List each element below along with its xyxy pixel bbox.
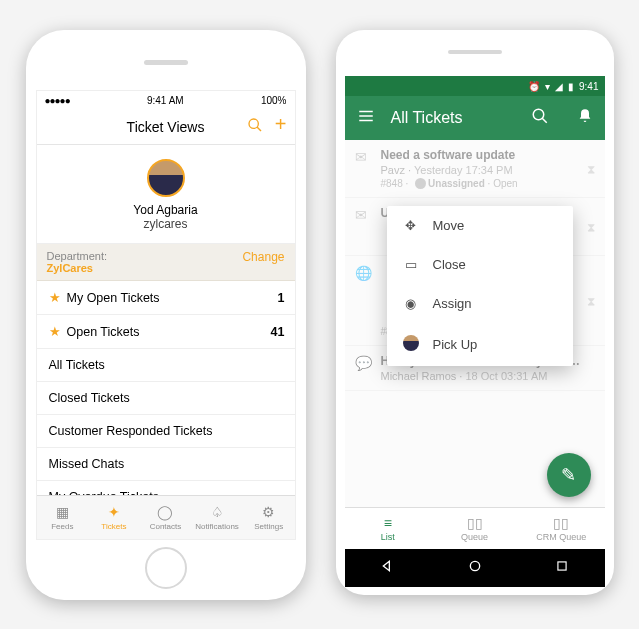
wifi-icon: ▾ bbox=[545, 81, 550, 92]
view-label: Customer Responded Tickets bbox=[49, 424, 213, 438]
add-icon[interactable]: + bbox=[275, 117, 287, 136]
ticket-date: 18 Oct 03:31 AM bbox=[465, 370, 547, 382]
avatar bbox=[147, 159, 185, 197]
star-icon: ★ bbox=[49, 290, 61, 305]
action-move[interactable]: ✥ Move bbox=[387, 206, 573, 245]
hourglass-icon: ⧗ bbox=[587, 294, 595, 308]
signal-dots-icon: ●●●●● bbox=[45, 95, 70, 106]
view-count: 41 bbox=[271, 325, 285, 339]
hourglass-icon: ⧗ bbox=[587, 220, 595, 234]
mail-icon: ✉ bbox=[355, 207, 367, 223]
view-label: My Open Tickets bbox=[67, 291, 160, 305]
tab-label: Feeds bbox=[51, 522, 73, 531]
action-close[interactable]: ▭ Close bbox=[387, 245, 573, 284]
android-tab-bar: ≡List ▯▯Queue ▯▯CRM Queue bbox=[345, 507, 605, 549]
tab-notifications[interactable]: ♤Notifications bbox=[191, 496, 243, 539]
search-icon[interactable] bbox=[247, 117, 263, 136]
tab-label: CRM Queue bbox=[536, 532, 586, 542]
ticket-date: Yesterday 17:34 PM bbox=[414, 164, 513, 176]
globe-icon: 🌐 bbox=[355, 265, 372, 281]
tab-list[interactable]: ≡List bbox=[345, 508, 432, 549]
change-department-link[interactable]: Change bbox=[242, 250, 284, 274]
view-row[interactable]: All Tickets bbox=[37, 349, 295, 382]
ticket-row[interactable]: ✉ Need a software update Pavz · Yesterda… bbox=[345, 140, 605, 198]
action-label: Close bbox=[433, 257, 466, 272]
android-header: All Tickets bbox=[345, 96, 605, 140]
android-status-bar: ⏰ ▾ ◢ ▮ 9:41 bbox=[345, 76, 605, 96]
tab-tickets[interactable]: ✦Tickets bbox=[88, 496, 140, 539]
tab-crm-queue[interactable]: ▯▯CRM Queue bbox=[518, 508, 605, 549]
view-row[interactable]: ★Open Tickets 41 bbox=[37, 315, 295, 349]
chat-icon: 💬 bbox=[355, 355, 372, 371]
move-icon: ✥ bbox=[403, 218, 419, 233]
tab-feeds[interactable]: ▦Feeds bbox=[37, 496, 89, 539]
menu-icon[interactable] bbox=[357, 107, 375, 129]
profile-name: Yod Agbaria bbox=[133, 203, 197, 217]
signal-icon: ◢ bbox=[555, 81, 563, 92]
status-battery: 100% bbox=[261, 95, 287, 106]
svg-marker-7 bbox=[383, 561, 389, 570]
assign-icon: ◉ bbox=[403, 296, 419, 311]
fab-new-ticket[interactable]: ✎ bbox=[547, 453, 591, 497]
ticket-plus-icon: ✎ bbox=[561, 464, 576, 486]
ticket-state: Open bbox=[493, 178, 517, 189]
recents-icon[interactable] bbox=[555, 559, 569, 577]
back-icon[interactable] bbox=[380, 558, 396, 578]
android-speaker bbox=[448, 50, 502, 54]
tab-label: List bbox=[381, 532, 395, 542]
profile-block[interactable]: Yod Agbaria zylcares bbox=[37, 145, 295, 244]
action-sheet: ✥ Move ▭ Close ◉ Assign Pick Up bbox=[387, 206, 573, 366]
tab-label: Tickets bbox=[101, 522, 126, 531]
iphone-home-button[interactable] bbox=[145, 547, 187, 589]
view-count: 1 bbox=[278, 291, 285, 305]
mail-icon: ✉ bbox=[355, 149, 367, 165]
tab-queue[interactable]: ▯▯Queue bbox=[431, 508, 518, 549]
svg-line-6 bbox=[542, 118, 547, 123]
department-value: ZylCares bbox=[47, 262, 93, 274]
svg-point-0 bbox=[249, 119, 258, 128]
svg-line-1 bbox=[257, 127, 261, 131]
list-icon: ≡ bbox=[384, 515, 392, 531]
ios-screen: ●●●●● 9:41 AM 100% Ticket Views + Yod Ag… bbox=[36, 90, 296, 540]
ios-status-bar: ●●●●● 9:41 AM 100% bbox=[37, 91, 295, 109]
bell-icon[interactable] bbox=[577, 108, 593, 128]
bell-icon: ♤ bbox=[211, 504, 224, 520]
tab-contacts[interactable]: ◯Contacts bbox=[140, 496, 192, 539]
svg-rect-9 bbox=[558, 562, 566, 570]
battery-icon: ▮ bbox=[568, 81, 574, 92]
android-screen: ⏰ ▾ ◢ ▮ 9:41 All Tickets ✉ Need a softwa… bbox=[345, 76, 605, 587]
view-label: All Tickets bbox=[49, 358, 105, 372]
department-label: Department: bbox=[47, 250, 108, 262]
ticket-list: ✉ Need a software update Pavz · Yesterda… bbox=[345, 140, 605, 507]
android-nav-bar bbox=[345, 549, 605, 587]
view-row[interactable]: ★My Open Tickets 1 bbox=[37, 281, 295, 315]
department-bar: Department: ZylCares Change bbox=[37, 244, 295, 281]
queue-icon: ▯▯ bbox=[467, 515, 483, 531]
action-label: Move bbox=[433, 218, 465, 233]
tab-label: Settings bbox=[254, 522, 283, 531]
page-title: All Tickets bbox=[391, 109, 515, 127]
view-row[interactable]: Closed Tickets bbox=[37, 382, 295, 415]
action-assign[interactable]: ◉ Assign bbox=[387, 284, 573, 323]
feeds-icon: ▦ bbox=[56, 504, 69, 520]
alarm-icon: ⏰ bbox=[528, 81, 540, 92]
svg-point-8 bbox=[471, 561, 480, 570]
assignee-avatar-icon bbox=[415, 178, 426, 189]
search-icon[interactable] bbox=[531, 107, 549, 129]
crm-queue-icon: ▯▯ bbox=[553, 515, 569, 531]
tab-label: Queue bbox=[461, 532, 488, 542]
ticket-subject: Need a software update bbox=[381, 148, 593, 162]
iphone-speaker bbox=[144, 60, 188, 65]
ios-header: Ticket Views + bbox=[37, 109, 295, 145]
close-ticket-icon: ▭ bbox=[403, 257, 419, 272]
ticket-assignee: Unassigned bbox=[428, 178, 485, 189]
gear-icon: ⚙ bbox=[262, 504, 275, 520]
home-icon[interactable] bbox=[467, 558, 483, 578]
tab-settings[interactable]: ⚙Settings bbox=[243, 496, 295, 539]
view-row[interactable]: Customer Responded Tickets bbox=[37, 415, 295, 448]
view-label: Open Tickets bbox=[67, 325, 140, 339]
action-pickup[interactable]: Pick Up bbox=[387, 323, 573, 366]
view-label: Missed Chats bbox=[49, 457, 125, 471]
contacts-icon: ◯ bbox=[157, 504, 173, 520]
view-row[interactable]: Missed Chats bbox=[37, 448, 295, 481]
